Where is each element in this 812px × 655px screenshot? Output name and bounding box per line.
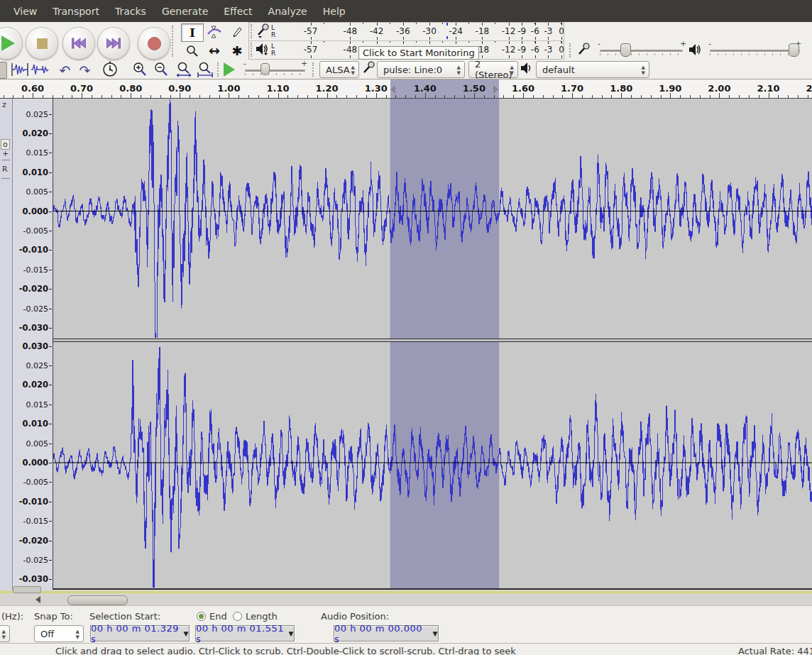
- stereo-track-waveform[interactable]: [53, 99, 812, 590]
- amplitude-label: 0.020: [23, 380, 48, 390]
- amplitude-label: 0.030: [23, 99, 48, 99]
- monitoring-tooltip[interactable]: Click to Start Monitoring: [358, 46, 479, 60]
- meter-db-label: -12: [502, 26, 516, 36]
- undo-button[interactable]: ↶: [55, 61, 75, 79]
- meter-db-label: -42: [370, 26, 384, 36]
- timeline-label: 1.80: [610, 83, 632, 94]
- selection-start-label: Selection Start:: [89, 611, 160, 622]
- track-bottom-highlight: [0, 591, 812, 593]
- timeline-label: 2.10: [757, 83, 779, 94]
- menu-tracks[interactable]: Tracks: [107, 2, 154, 21]
- amplitude-label: 0.020: [23, 128, 48, 138]
- timeline-label: 1.00: [217, 83, 240, 94]
- horizontal-scrollbar-thumb[interactable]: [67, 595, 128, 605]
- length-radio-dot: [233, 612, 242, 621]
- actual-rate: Actual Rate: 44100: [738, 646, 812, 655]
- status-message: Click and drag to select audio. Ctrl-Cli…: [55, 646, 516, 655]
- meter-db-label: 0: [559, 45, 564, 55]
- playback-device-select[interactable]: default▲▼: [536, 61, 649, 78]
- input-volume-slider[interactable]: [600, 50, 683, 53]
- amplitude-label: 0.005: [26, 187, 49, 197]
- audio-position-label: Audio Position:: [321, 611, 389, 622]
- audio-host-select[interactable]: ALSA▲▼: [319, 61, 359, 78]
- selection-end-field[interactable]: 00 h 00 m 01.551 s▼: [195, 625, 295, 642]
- silence-audio-button[interactable]: [31, 62, 49, 77]
- meter-db-label: -36: [396, 26, 410, 36]
- timeline-label: 0.70: [70, 83, 93, 94]
- input-volume-slider-thumb[interactable]: [620, 43, 631, 57]
- zoom-in-button[interactable]: [132, 62, 148, 77]
- track-control-panel-clipped[interactable]: zo+R: [0, 99, 13, 590]
- timeline-label: 1.50: [463, 83, 485, 94]
- end-radio-dot: [197, 612, 206, 621]
- amplitude-label: 0.025: [26, 361, 49, 370]
- menu-help[interactable]: Help: [315, 2, 353, 21]
- meter-db-label: 0: [559, 26, 564, 36]
- sync-lock-button[interactable]: [102, 61, 119, 78]
- menu-bar: ViewTransportTracksGenerateEffectAnalyze…: [0, 0, 812, 22]
- playback-speed-slider[interactable]: [245, 70, 305, 72]
- amplitude-label: -0.010: [19, 245, 48, 255]
- timeline-label: 0.80: [119, 83, 142, 94]
- selection-start-field[interactable]: 00 h 00 m 01.329 s▼: [90, 625, 190, 642]
- selection-end-handle[interactable]: [493, 85, 498, 94]
- edit-toolbar-row: ↶ ↷: [0, 60, 812, 79]
- track-panel-footer: [13, 586, 41, 593]
- playback-speed-slider-thumb[interactable]: [260, 63, 270, 75]
- menu-effect[interactable]: Effect: [216, 2, 260, 21]
- meter-db-label: -30: [422, 26, 437, 36]
- amplitude-label: -0.025: [23, 556, 48, 565]
- amplitude-label: 0.010: [23, 419, 48, 429]
- meter-peak-indicator: [446, 36, 448, 39]
- menu-analyze[interactable]: Analyze: [260, 2, 315, 21]
- recording-device-mic-icon: [361, 61, 375, 75]
- recording-channels-select[interactable]: 2 (Stereo)▲▼: [468, 61, 518, 78]
- scroll-left-arrow[interactable]: [35, 596, 40, 603]
- menu-transport[interactable]: Transport: [45, 2, 107, 21]
- selection-start-handle[interactable]: [390, 85, 395, 94]
- zoom-out-button[interactable]: [153, 62, 169, 77]
- meter-db-label: -57: [304, 45, 318, 55]
- fit-selection-button[interactable]: [175, 62, 192, 77]
- timeline-ruler[interactable]: 0.600.700.800.901.001.101.201.301.401.50…: [0, 79, 812, 99]
- end-radio[interactable]: End: [197, 611, 227, 622]
- meter-db-label: -9: [517, 26, 526, 36]
- output-volume-slider[interactable]: [710, 50, 800, 53]
- amplitude-label: -0.005: [23, 226, 48, 235]
- project-rate-select[interactable]: ▲▼: [0, 625, 10, 642]
- length-radio[interactable]: Length: [233, 611, 278, 622]
- recording-device-select[interactable]: pulse: Line:0▲▼: [377, 61, 465, 78]
- track-panel-fragment: R: [2, 165, 8, 174]
- menu-generate[interactable]: Generate: [154, 2, 216, 21]
- amplitude-label: -0.015: [23, 265, 48, 274]
- meter-db-label: -12: [502, 45, 516, 55]
- timeline-label: 1.40: [414, 83, 437, 94]
- amplitude-label: -0.020: [19, 284, 48, 294]
- amplitude-label: 0.000: [23, 458, 48, 468]
- meter-db-label: -48: [344, 26, 358, 36]
- menu-view[interactable]: View: [6, 2, 45, 21]
- snap-to-select[interactable]: Off▲▼: [34, 625, 84, 642]
- status-bar: Click and drag to select audio. Ctrl-Cli…: [0, 643, 812, 655]
- record-meter[interactable]: -57-48-42-36-30-24-18-12-9-6-30: [0, 22, 812, 40]
- play-at-speed-button[interactable]: [224, 62, 235, 77]
- amplitude-label: -0.010: [19, 497, 48, 507]
- timeline-label: 1.30: [365, 83, 388, 94]
- amplitude-label: 0.010: [23, 167, 48, 177]
- input-volume-mic-icon: [576, 43, 591, 57]
- audio-position-field[interactable]: 00 h 00 m 00.000 s▼: [334, 625, 439, 642]
- output-volume-slider-thumb[interactable]: [789, 43, 799, 57]
- output-volume-speaker-icon: [688, 43, 703, 57]
- redo-button[interactable]: ↷: [75, 61, 94, 79]
- meter-peak-indicator: [446, 23, 448, 26]
- timeline-label: 1.10: [266, 83, 289, 94]
- paste-button[interactable]: [0, 62, 7, 79]
- trim-audio-button[interactable]: [11, 62, 29, 77]
- meter-db-label: -9: [517, 45, 526, 55]
- selection-toolbar: (Hz): ▲▼ Snap To: Off▲▼ Selection Start:…: [0, 605, 812, 643]
- mixer-toolbar: - + - +: [566, 40, 812, 60]
- timeline-label: 2.00: [708, 83, 730, 94]
- fit-project-button[interactable]: [197, 62, 214, 77]
- amplitude-label: -0.015: [23, 517, 48, 526]
- vertical-scale-ruler[interactable]: 0.0300.0250.0200.0150.0100.0050.000-0.00…: [13, 99, 53, 590]
